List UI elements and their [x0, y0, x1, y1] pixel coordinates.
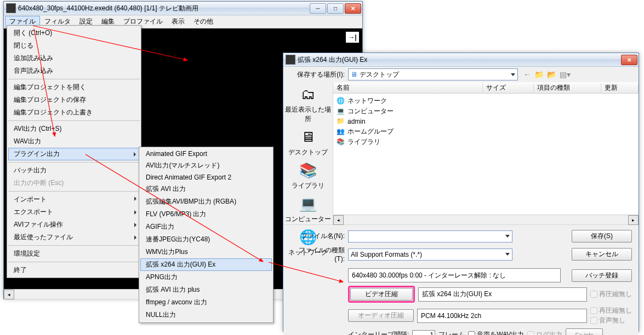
file-menu-dropdown: 開く (Ctrl+O) 閉じる 追加読み込み 音声読み込み 編集プロジェクトを開…: [7, 25, 141, 278]
submenu-agif[interactable]: AGIF出力: [140, 221, 272, 233]
menuitem-abort: 出力の中断 (Esc): [8, 177, 140, 189]
menuitem-avifileop[interactable]: AVIファイル操作: [8, 218, 140, 231]
save-location-value: デスクトップ: [360, 70, 399, 79]
audio-compress-button[interactable]: オーディオ圧縮: [348, 309, 414, 322]
scroll-left-button[interactable]: ◂: [4, 290, 14, 299]
submenu-seqjpeg[interactable]: 連番JPEG出力(YC48): [140, 233, 272, 246]
close-button[interactable]: ✕: [345, 3, 361, 14]
scroll-left-button[interactable]: ◂: [333, 215, 344, 225]
submenu-directgif[interactable]: Direct Animated GIF Export 2: [140, 172, 272, 183]
submenu-extavi[interactable]: 拡張 AVI 出力: [140, 183, 272, 195]
menuitem-wavout[interactable]: WAV出力: [8, 135, 140, 148]
filename-input[interactable]: [348, 230, 512, 242]
file-admin[interactable]: 📁admin: [337, 117, 635, 126]
col-update[interactable]: 更新: [601, 83, 639, 93]
checkbox[interactable]: [527, 331, 534, 335]
log-output-checkbox[interactable]: ログ出力: [527, 330, 562, 335]
interleave-unit: フレーム: [438, 330, 465, 335]
menuitem-open[interactable]: 開く (Ctrl+O): [8, 27, 140, 39]
nav-computer[interactable]: 💻コンピューター: [283, 194, 333, 224]
menuitem-aviout[interactable]: AVI出力 (Ctrl+S): [8, 120, 140, 135]
menuitem-import[interactable]: インポート: [8, 191, 140, 206]
menuitem-import-label: インポート: [14, 195, 47, 203]
checkbox[interactable]: [590, 307, 597, 314]
nav-desktop[interactable]: 🖥デスクトップ: [283, 127, 333, 157]
no-audio-checkbox[interactable]: 音声無し: [590, 316, 632, 325]
save-dialog: 拡張 x264 出力(GUI) Ex ✕ 保存する場所(I): 🖥 デスクトップ…: [283, 53, 639, 332]
col-type[interactable]: 項目の種類: [534, 83, 601, 93]
minimize-button[interactable]: ─: [310, 3, 326, 14]
computer-icon: 💻: [337, 107, 345, 116]
newfolder-icon[interactable]: 📂: [547, 70, 556, 79]
save-location-combo[interactable]: 🖥 デスクトップ: [348, 68, 518, 80]
submenu-flv[interactable]: FLV (VP6/MP3) 出力: [140, 208, 272, 221]
file-network[interactable]: 🌐ネットワーク: [337, 96, 635, 106]
file-computer[interactable]: 💻コンピューター: [337, 106, 635, 117]
menuitem-addload[interactable]: 追加読み込み: [8, 52, 140, 65]
no-recompress-video-checkbox[interactable]: 再圧縮無し: [590, 290, 632, 299]
menuitem-saveproject[interactable]: 編集プロジェクトの保存: [8, 94, 140, 106]
wav-output-checkbox[interactable]: 音声をWAV出力: [468, 330, 524, 335]
menuitem-pluginout[interactable]: プラグイン出力: [8, 148, 140, 160]
nav-recent[interactable]: 🗂最近表示した場所: [283, 84, 333, 124]
file-homegroup[interactable]: 👥ホームグループ: [337, 126, 635, 137]
save-button[interactable]: 保存(S): [572, 230, 632, 242]
submenu-ffmpeg[interactable]: ffmpeg / avconv 出力: [140, 296, 272, 309]
interleave-input[interactable]: [412, 330, 435, 336]
menuitem-preferences[interactable]: 環境設定: [8, 245, 140, 260]
submenu-avimult[interactable]: AVI出力(マルチスレッド): [140, 159, 272, 172]
up-icon[interactable]: 📁: [534, 70, 544, 79]
checkbox[interactable]: [590, 291, 597, 298]
main-titlebar[interactable]: 640x480_30fps_44100Hz.exedit (640,480) […: [4, 2, 362, 15]
scroll-right-button[interactable]: ▸: [628, 215, 639, 225]
interleave-label: インターリーブ間隔:: [348, 330, 409, 335]
batch-register-button[interactable]: バッチ登録: [572, 269, 632, 282]
col-name[interactable]: 名前: [333, 83, 483, 93]
filename-label: ファイル名(N):: [290, 232, 345, 241]
menuitem-openproject[interactable]: 編集プロジェクトを開く: [8, 79, 140, 94]
file-library[interactable]: 📚ライブラリ: [337, 137, 635, 147]
maximize-button[interactable]: □: [327, 3, 344, 14]
filelist-scrollbar[interactable]: ◂ ▸: [333, 215, 639, 224]
viewmode-icon[interactable]: ▤▾: [560, 70, 571, 79]
filetype-combo[interactable]: All Support Formats (*.*): [348, 249, 512, 261]
submenu-extaviplus[interactable]: 拡張 AVI 出力 plus: [140, 284, 272, 296]
dialog-close-button[interactable]: ✕: [621, 55, 637, 65]
menuitem-audioload[interactable]: 音声読み込み: [8, 65, 140, 77]
menu-other[interactable]: その他: [189, 16, 218, 27]
menuitem-batchout[interactable]: バッチ出力: [8, 162, 140, 177]
checkbox[interactable]: [468, 331, 475, 335]
submenu-x264guiex[interactable]: 拡張 x264 出力(GUI) Ex: [140, 258, 272, 271]
exinfo-button[interactable]: Ex info: [566, 328, 603, 335]
submenu-wmvplus[interactable]: WMV出力Plus: [140, 246, 272, 258]
submenu-animgif[interactable]: Animated GIF Export: [140, 148, 272, 159]
menuitem-export[interactable]: エクスポート: [8, 206, 140, 218]
menuitem-close[interactable]: 閉じる: [8, 39, 140, 52]
col-size[interactable]: サイズ: [483, 83, 534, 93]
video-compress-highlight: ビデオ圧縮: [348, 286, 415, 303]
video-compress-button[interactable]: ビデオ圧縮: [350, 288, 413, 301]
folder-icon: 📁: [337, 117, 345, 126]
menuitem-overwriteproject[interactable]: 編集プロジェクトの上書き: [8, 106, 140, 119]
menuitem-exit[interactable]: 終了: [8, 262, 140, 276]
submenu-null[interactable]: NULL出力: [140, 309, 272, 321]
homegroup-icon: 👥: [337, 128, 345, 136]
menuitem-pluginout-label: プラグイン出力: [14, 150, 60, 158]
menu-view[interactable]: 表示: [167, 16, 189, 27]
nav-library[interactable]: 📚ライブラリ: [283, 160, 333, 190]
submenu-extavibmp[interactable]: 拡張編集AVI/BMP出力 (RGBA): [140, 195, 272, 208]
menuitem-recentfiles-label: 最近使ったファイル: [14, 233, 73, 241]
menuitem-recentfiles[interactable]: 最近使ったファイル: [8, 231, 140, 244]
cancel-button[interactable]: キャンセル: [572, 248, 632, 261]
cb-label: 再圧縮無し: [599, 290, 632, 299]
submenu-apng[interactable]: APNG出力: [140, 271, 272, 284]
no-recompress-audio-checkbox[interactable]: 再圧縮無し: [590, 306, 632, 315]
back-icon[interactable]: ←: [523, 70, 531, 79]
nav-desktop-label: デスクトップ: [283, 148, 333, 157]
checkbox[interactable]: [590, 317, 597, 324]
video-info-line: 640x480 30.000fps 0:00 - インターレース解除 : なし: [348, 268, 561, 282]
save-title: 拡張 x264 出力(GUI) Ex: [298, 55, 621, 65]
save-titlebar[interactable]: 拡張 x264 出力(GUI) Ex ✕: [283, 53, 639, 67]
file-list: 名前 サイズ 項目の種類 更新 🌐ネットワーク 💻コンピューター 📁admin …: [333, 82, 639, 224]
skip-end-icon[interactable]: →|: [346, 32, 359, 43]
